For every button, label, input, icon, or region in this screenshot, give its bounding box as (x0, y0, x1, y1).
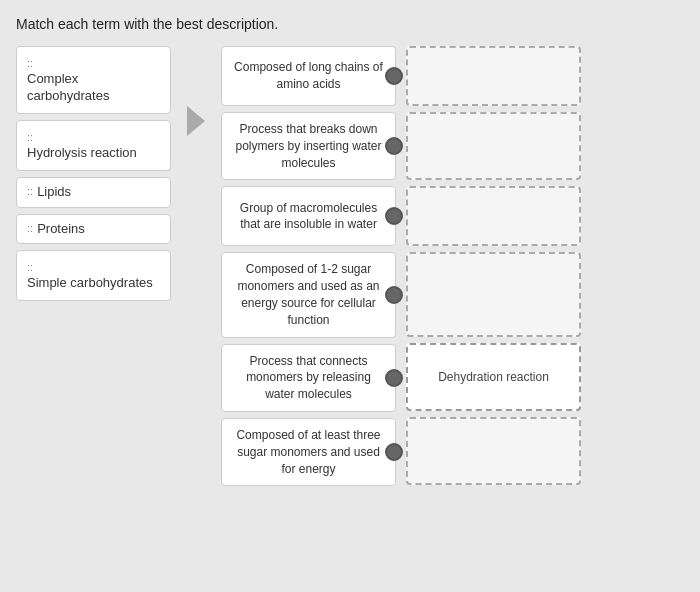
drag-handle-5: :: (27, 261, 33, 273)
term-card-complex-carbohydrates[interactable]: :: Complex carbohydrates (16, 46, 171, 114)
term-label-2: Hydrolysis reaction (27, 145, 160, 162)
term-label-4: Proteins (37, 221, 85, 238)
desc-card-6: Composed of at least three sugar monomer… (221, 418, 396, 486)
drag-handle-3: :: (27, 185, 33, 197)
terms-column: :: Complex carbohydrates :: Hydrolysis r… (16, 46, 171, 301)
descriptions-column: Composed of long chains of amino acids P… (221, 46, 396, 486)
drop-zone-3[interactable] (406, 186, 581, 246)
drag-handle-2: :: (27, 131, 33, 143)
drop-zone-5[interactable]: Dehydration reaction (406, 343, 581, 411)
term-card-proteins[interactable]: :: Proteins (16, 214, 171, 245)
drop-zone-2[interactable] (406, 112, 581, 180)
term-label-5: Simple carbohydrates (27, 275, 160, 292)
main-container: :: Complex carbohydrates :: Hydrolysis r… (16, 46, 684, 486)
drag-handle-4: :: (27, 222, 33, 234)
term-card-simple-carbohydrates[interactable]: :: Simple carbohydrates (16, 250, 171, 301)
drop-zone-6[interactable] (406, 417, 581, 485)
desc-card-1: Composed of long chains of amino acids (221, 46, 396, 106)
drop-zone-1[interactable] (406, 46, 581, 106)
drop-zone-4[interactable] (406, 252, 581, 337)
drop-zones-column: Dehydration reaction (406, 46, 581, 485)
term-label-3: Lipids (37, 184, 71, 201)
drag-handle-1: :: (27, 57, 33, 69)
term-card-hydrolysis[interactable]: :: Hydrolysis reaction (16, 120, 171, 171)
desc-card-4: Composed of 1-2 sugar monomers and used … (221, 252, 396, 337)
instruction-text: Match each term with the best descriptio… (16, 16, 684, 32)
desc-card-3: Group of macromolecules that are insolub… (221, 186, 396, 246)
desc-card-2: Process that breaks down polymers by ins… (221, 112, 396, 180)
desc-card-5: Process that connects monomers by releas… (221, 344, 396, 412)
term-card-lipids[interactable]: :: Lipids (16, 177, 171, 208)
term-label-1: Complex carbohydrates (27, 71, 160, 105)
